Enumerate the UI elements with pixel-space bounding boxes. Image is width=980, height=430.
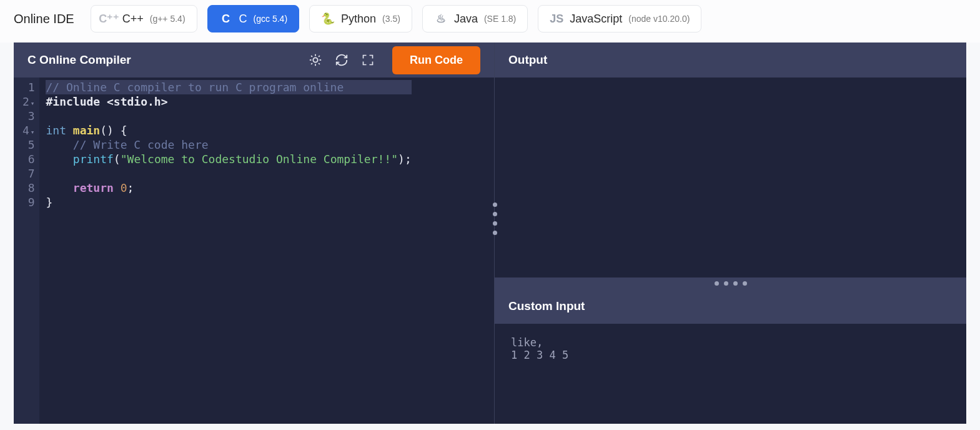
language-tab-python[interactable]: 🐍Python(3.5)	[309, 5, 412, 32]
svg-line-6	[319, 63, 320, 64]
language-version: (node v10.20.0)	[628, 14, 690, 24]
custom-input-body[interactable]: like, 1 2 3 4 5	[495, 324, 966, 424]
code-line[interactable]	[46, 166, 411, 181]
code-content[interactable]: // Online C compiler to run C program on…	[39, 78, 417, 424]
line-number: 6	[22, 152, 34, 166]
cpp-icon: C⁺⁺	[102, 12, 116, 26]
language-name: JavaScript	[570, 12, 622, 26]
editor-pane: C Online Compiler	[14, 42, 495, 424]
editor-header: C Online Compiler	[14, 42, 494, 78]
language-tab-javascript[interactable]: JSJavaScript(node v10.20.0)	[538, 5, 701, 32]
reset-icon[interactable]	[332, 51, 351, 69]
language-name: Java	[454, 12, 478, 26]
line-number: 1	[22, 80, 34, 94]
code-line[interactable]: #include <stdio.h>	[46, 94, 411, 109]
code-editor[interactable]: 123456789 // Online C compiler to run C …	[14, 78, 494, 424]
java-icon: ♨	[434, 12, 448, 26]
custom-input-title: Custom Input	[508, 299, 585, 313]
run-code-button[interactable]: Run Code	[392, 46, 480, 74]
language-tab-c[interactable]: CC(gcc 5.4)	[207, 5, 299, 32]
topbar: Online IDE C⁺⁺C++(g++ 5.4)CC(gcc 5.4)🐍Py…	[0, 0, 980, 42]
language-name: C++	[122, 12, 144, 26]
language-tab-cpp[interactable]: C⁺⁺C++(g++ 5.4)	[91, 5, 197, 32]
vertical-split-handle[interactable]	[490, 202, 499, 235]
line-number: 4	[22, 123, 34, 138]
code-line[interactable]: return 0;	[46, 181, 411, 195]
line-number-gutter: 123456789	[14, 78, 39, 424]
language-name: Python	[341, 12, 376, 26]
output-body	[495, 78, 966, 278]
line-number: 3	[22, 109, 34, 123]
language-tab-java[interactable]: ♨Java(SE 1.8)	[422, 5, 528, 32]
c-icon: C	[219, 12, 233, 26]
line-number: 2	[22, 94, 34, 109]
code-line[interactable]: int main() {	[46, 123, 411, 138]
svg-point-0	[313, 58, 317, 62]
language-name: C	[239, 12, 247, 26]
code-line[interactable]	[46, 109, 411, 123]
code-line[interactable]: printf("Welcome to Codestudio Online Com…	[46, 152, 411, 166]
line-number: 8	[22, 181, 34, 195]
brand-title: Online IDE	[14, 12, 74, 26]
line-number: 7	[22, 166, 34, 181]
theme-toggle-icon[interactable]	[306, 51, 325, 69]
svg-line-5	[311, 56, 312, 57]
language-version: (3.5)	[382, 14, 400, 24]
language-version: (gcc 5.4)	[254, 14, 287, 24]
code-line[interactable]: // Online C compiler to run C program on…	[46, 80, 411, 94]
svg-line-8	[319, 56, 320, 57]
language-tabs: C⁺⁺C++(g++ 5.4)CC(gcc 5.4)🐍Python(3.5)♨J…	[91, 5, 702, 32]
line-number: 9	[22, 195, 34, 209]
custom-input-header: Custom Input	[495, 289, 966, 324]
horizontal-split-handle[interactable]	[495, 278, 966, 289]
code-line[interactable]: // Write C code here	[46, 138, 411, 152]
svg-line-7	[311, 63, 312, 64]
code-line[interactable]: }	[46, 195, 411, 209]
output-header: Output	[495, 42, 966, 78]
output-title: Output	[508, 53, 547, 67]
javascript-icon: JS	[550, 12, 563, 26]
editor-title: C Online Compiler	[27, 53, 131, 67]
language-version: (g++ 5.4)	[150, 14, 186, 24]
language-version: (SE 1.8)	[484, 14, 516, 24]
workspace: C Online Compiler	[14, 42, 966, 424]
line-number: 5	[22, 138, 34, 152]
right-pane: Output Custom Input like, 1 2 3 4 5	[495, 42, 966, 424]
python-icon: 🐍	[321, 12, 335, 26]
fullscreen-icon[interactable]	[359, 51, 377, 69]
